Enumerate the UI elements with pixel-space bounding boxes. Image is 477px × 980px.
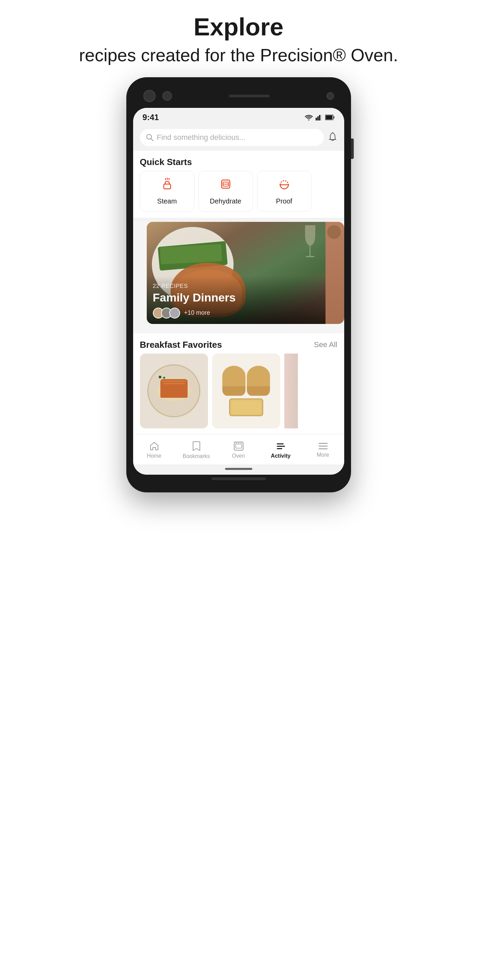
phone-device: 9:41 [126,77,351,492]
search-area: Find something delicious... [133,125,344,151]
nav-item-home[interactable]: Home [133,441,175,459]
more-icon [318,442,328,450]
recipe-card-partial [284,353,298,428]
dehydrate-label: Dehydrate [210,197,241,205]
home-icon [150,441,159,451]
contributors-more: +10 more [184,309,211,317]
bottom-nav: Home Bookmarks Oven [133,434,344,465]
quick-starts-row: Steam Dehydrate [133,171,344,218]
recipe-cards-row [133,353,344,428]
bread-slice [229,398,263,416]
svg-line-8 [151,138,153,141]
svg-rect-2 [317,116,319,121]
nav-label-home: Home [147,453,161,459]
search-icon [146,134,153,141]
svg-rect-22 [277,448,282,449]
proof-icon [278,177,291,194]
quick-start-steam[interactable]: Steam [140,171,195,212]
steam-icon [160,177,174,194]
home-indicator [133,465,344,475]
activity-icon [276,441,286,451]
page-header: Explore recipes created for the Precisio… [79,14,398,67]
recipe-count: 22 RECIPES [153,283,324,290]
svg-point-9 [332,132,333,133]
wifi-icon [305,115,313,121]
camera-lens-1 [144,90,156,102]
status-bar: 9:41 [133,108,344,125]
breakfast-title: Breakfast Favorites [140,340,222,350]
featured-card-next [325,222,344,324]
nav-label-bookmarks: Bookmarks [182,453,210,460]
status-icons [305,115,335,121]
svg-point-17 [236,443,237,444]
front-camera [327,92,334,100]
signal-icon [316,115,322,121]
bell-icon[interactable] [328,132,337,143]
quick-start-dehydrate[interactable]: Dehydrate [198,171,253,212]
power-button [351,138,354,159]
phone-top-bar [133,88,344,105]
bookmarks-icon [192,441,201,451]
salmon-plate [147,364,201,418]
recipe-card-bread[interactable] [212,353,280,428]
svg-rect-4 [321,115,322,121]
speaker-bar [229,95,270,97]
see-all-link[interactable]: See All [314,340,337,349]
nav-label-oven: Oven [232,453,245,459]
avatar-3 [169,308,180,318]
nav-label-activity: Activity [271,453,291,459]
oven-icon [234,441,244,451]
bread-loaf-1 [222,366,246,396]
svg-rect-23 [279,443,280,444]
featured-title: Family Dinners [153,291,324,304]
nav-item-oven[interactable]: Oven [217,441,260,459]
nav-item-more[interactable]: More [302,442,344,458]
svg-rect-1 [316,118,317,121]
svg-rect-3 [319,115,321,121]
camera-group [144,90,172,102]
svg-rect-20 [277,443,284,444]
bread-display [222,366,270,416]
bread-loaf-2 [247,366,270,396]
nav-item-activity[interactable]: Activity [260,441,302,459]
nav-item-bookmarks[interactable]: Bookmarks [175,441,217,460]
contributors-row: +10 more [153,308,324,318]
main-subtitle: recipes created for the Precision® Oven. [79,44,398,67]
status-time: 9:41 [143,113,159,122]
search-placeholder: Find something delicious... [157,133,246,142]
salmon-food [140,353,208,428]
bottom-speaker [211,477,266,480]
dehydrate-icon [219,177,233,194]
phone-bottom-bar [133,477,344,482]
svg-point-18 [238,443,239,444]
svg-rect-16 [236,444,242,448]
main-title: Explore [79,14,398,40]
svg-rect-24 [280,446,281,447]
svg-rect-25 [278,448,279,449]
quick-starts-section: Quick Starts Steam [133,151,344,218]
svg-rect-10 [164,184,171,189]
recipe-card-salmon[interactable] [140,353,208,428]
quick-starts-title: Quick Starts [133,151,344,171]
avatar-stack [153,308,177,318]
camera-lens-2 [163,91,172,101]
featured-overlay: 22 RECIPES Family Dinners +10 more [147,276,330,324]
search-bar[interactable]: Find something delicious... [140,129,324,146]
quick-start-proof[interactable]: Proof [257,171,311,212]
breakfast-section: Breakfast Favorites See All [133,334,344,434]
breakfast-section-header: Breakfast Favorites See All [133,334,344,353]
steam-label: Steam [157,197,177,205]
proof-label: Proof [276,197,292,205]
home-bar [225,468,252,470]
phone-screen: 9:41 [133,108,344,475]
bread-food [212,353,280,428]
svg-rect-6 [326,115,332,119]
battery-icon [325,115,335,120]
bread-loaves [222,366,270,396]
svg-point-19 [240,443,241,444]
nav-label-more: More [317,452,329,458]
featured-card[interactable]: 22 RECIPES Family Dinners +10 more [147,222,330,324]
featured-section: 22 RECIPES Family Dinners +10 more [133,222,344,334]
